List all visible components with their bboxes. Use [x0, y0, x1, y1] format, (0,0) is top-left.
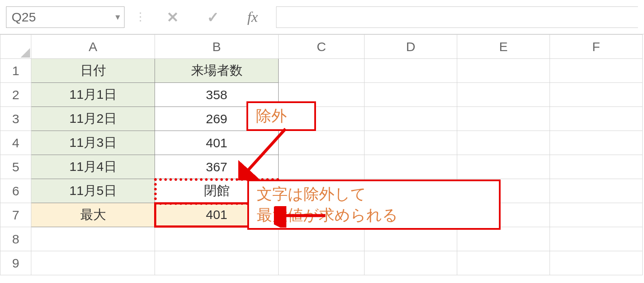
cell-e4[interactable] — [457, 131, 550, 155]
row-header-6[interactable]: 6 — [0, 179, 31, 203]
cell-b6[interactable]: 閉館 — [155, 179, 279, 203]
chevron-down-icon[interactable]: ▼ — [114, 12, 122, 21]
cell-b9[interactable] — [155, 251, 279, 275]
cell-e3[interactable] — [457, 107, 550, 131]
cell-a5[interactable]: 11月4日 — [31, 155, 155, 179]
col-header-a[interactable]: A — [31, 35, 155, 59]
cell-a1[interactable]: 日付 — [31, 59, 155, 83]
cell-c9[interactable] — [279, 251, 365, 275]
cell-b7[interactable]: 401 — [155, 203, 279, 227]
row-header-4[interactable]: 4 — [0, 131, 31, 155]
cell-c1[interactable] — [279, 59, 365, 83]
formula-bar: Q25 ▼ ⋮ ✕ ✓ fx — [0, 0, 644, 34]
sheet-table: A B C D E F 1 日付 来場者数 2 11月1日 358 3 11月2… — [0, 34, 643, 275]
cell-f6[interactable] — [550, 179, 643, 203]
cell-e5[interactable] — [457, 155, 550, 179]
cell-b6-value: 閉館 — [155, 179, 278, 202]
cell-f4[interactable] — [550, 131, 643, 155]
formula-input[interactable] — [276, 6, 638, 28]
col-header-b[interactable]: B — [155, 35, 279, 59]
callout-exclude-text: 除外 — [256, 107, 287, 125]
cell-e9[interactable] — [457, 251, 550, 275]
cell-e1[interactable] — [457, 59, 550, 83]
cell-e8[interactable] — [457, 227, 550, 251]
cell-d5[interactable] — [365, 155, 457, 179]
callout-explain: 文字は除外して 最大値が求められる — [247, 180, 501, 230]
cell-d3[interactable] — [365, 107, 457, 131]
cell-d8[interactable] — [365, 227, 457, 251]
cell-d1[interactable] — [365, 59, 457, 83]
cell-a3[interactable]: 11月2日 — [31, 107, 155, 131]
cell-f7[interactable] — [550, 203, 643, 227]
row-header-5[interactable]: 5 — [0, 155, 31, 179]
cell-f8[interactable] — [550, 227, 643, 251]
cell-d2[interactable] — [365, 83, 457, 107]
cell-a9[interactable] — [31, 251, 155, 275]
col-header-e[interactable]: E — [457, 35, 550, 59]
cancel-icon[interactable]: ✕ — [156, 9, 189, 26]
col-header-f[interactable]: F — [550, 35, 643, 59]
cell-a2[interactable]: 11月1日 — [31, 83, 155, 107]
cell-b1[interactable]: 来場者数 — [155, 59, 279, 83]
separator-icon: ⋮ — [132, 10, 149, 24]
cell-f5[interactable] — [550, 155, 643, 179]
cell-a7[interactable]: 最大 — [31, 203, 155, 227]
svg-marker-0 — [21, 48, 30, 58]
select-all-corner[interactable] — [0, 35, 31, 59]
callout-exclude: 除外 — [246, 101, 316, 131]
row-header-2[interactable]: 2 — [0, 83, 31, 107]
name-box-value: Q25 — [12, 10, 36, 24]
fx-icon[interactable]: fx — [237, 9, 268, 25]
row-header-9[interactable]: 9 — [0, 251, 31, 275]
cell-b4[interactable]: 401 — [155, 131, 279, 155]
cell-a6[interactable]: 11月5日 — [31, 179, 155, 203]
cell-f2[interactable] — [550, 83, 643, 107]
cell-c8[interactable] — [279, 227, 365, 251]
row-header-8[interactable]: 8 — [0, 227, 31, 251]
row-header-3[interactable]: 3 — [0, 107, 31, 131]
cell-f1[interactable] — [550, 59, 643, 83]
row-header-1[interactable]: 1 — [0, 59, 31, 83]
col-header-c[interactable]: C — [279, 35, 365, 59]
cell-d4[interactable] — [365, 131, 457, 155]
cell-b8[interactable] — [155, 227, 279, 251]
cell-a4[interactable]: 11月3日 — [31, 131, 155, 155]
cell-c4[interactable] — [279, 131, 365, 155]
cell-b7-value: 401 — [155, 203, 278, 226]
cell-d9[interactable] — [365, 251, 457, 275]
cell-a8[interactable] — [31, 227, 155, 251]
cell-f9[interactable] — [550, 251, 643, 275]
row-header-7[interactable]: 7 — [0, 203, 31, 227]
cell-b5[interactable]: 367 — [155, 155, 279, 179]
cell-f3[interactable] — [550, 107, 643, 131]
spreadsheet-grid: A B C D E F 1 日付 来場者数 2 11月1日 358 3 11月2… — [0, 34, 644, 275]
enter-icon[interactable]: ✓ — [197, 9, 229, 26]
col-header-d[interactable]: D — [365, 35, 457, 59]
cell-e2[interactable] — [457, 83, 550, 107]
name-box[interactable]: Q25 ▼ — [6, 6, 125, 28]
cell-c5[interactable] — [279, 155, 365, 179]
